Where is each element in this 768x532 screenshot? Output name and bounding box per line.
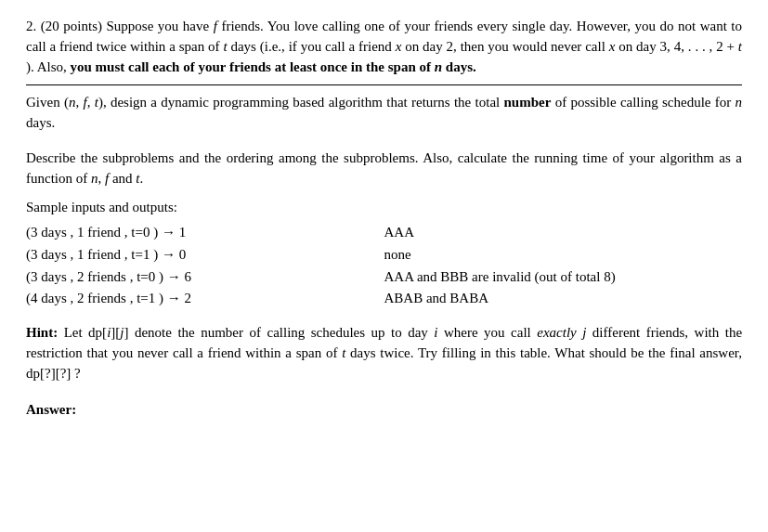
intro-text6: ). Also, you must call each of your frie… (26, 59, 435, 74)
sample-input-2: (3 days , 1 friend , t=1 ) → 0 (26, 244, 384, 266)
intro-text: Suppose you have (107, 19, 214, 33)
sample-output-text-1: AAA (384, 225, 415, 240)
sample-input-text-2: (3 days , 1 friend , t=1 ) → 0 (26, 247, 186, 262)
section-divider (26, 84, 742, 85)
given-paragraph: Given (n, f, t), design a dynamic progra… (26, 93, 742, 134)
sample-output-text-3: AAA and BBB are invalid (out of total 8) (384, 269, 616, 284)
answer-label-text: Answer: (26, 402, 76, 417)
days-bold: days. (446, 59, 476, 74)
given-text: Given (n, f, t), design a dynamic progra… (26, 95, 742, 130)
t-variable2: t (738, 39, 742, 54)
hint-text: Let dp[i][j] denote the number of callin… (26, 325, 742, 381)
sample-input-text-4: (4 days , 2 friends , t=1 ) → 2 (26, 291, 191, 305)
sample-label: Sample inputs and outputs: (26, 198, 742, 218)
sample-input-text-1: (3 days , 1 friend , t=0 ) → 1 (26, 225, 186, 240)
answer-label: Answer: (26, 400, 742, 421)
sample-output-text-4: ABAB and BABA (384, 291, 489, 305)
sample-input-text-3: (3 days , 2 friends , t=0 ) → 6 (26, 269, 191, 284)
problem-container: 2. (20 points) Suppose you have f friend… (26, 17, 742, 421)
hint-paragraph: Hint: Let dp[i][j] denote the number of … (26, 323, 742, 383)
sample-output-4: ABAB and BABA (384, 288, 743, 310)
n-variable-bold: n (435, 59, 442, 74)
x-variable2: x (609, 39, 616, 54)
table-row: (4 days , 2 friends , t=1 ) → 2 ABAB and… (26, 288, 742, 310)
problem-number: 2. (26, 19, 36, 33)
table-row: (3 days , 2 friends , t=0 ) → 6 AAA and … (26, 266, 742, 289)
t-variable: t (223, 39, 227, 54)
sample-output-text-2: none (384, 247, 411, 262)
sample-output-3: AAA and BBB are invalid (out of total 8) (384, 266, 743, 289)
intro-text4: on day 2, then you would never call (405, 39, 608, 54)
table-row: (3 days , 1 friend , t=0 ) → 1 AAA (26, 222, 742, 244)
problem-intro-paragraph: 2. (20 points) Suppose you have f friend… (26, 17, 742, 77)
table-row: (3 days , 1 friend , t=1 ) → 0 none (26, 244, 742, 266)
intro-text3: days (i.e., if you call a friend (230, 39, 395, 54)
f-variable: f (214, 19, 217, 33)
hint-label: Hint: (26, 325, 58, 340)
sample-input-4: (4 days , 2 friends , t=1 ) → 2 (26, 288, 384, 310)
sample-input-3: (3 days , 2 friends , t=0 ) → 6 (26, 266, 384, 289)
problem-header: 2. (20 points) Suppose you have f friend… (26, 17, 742, 77)
hint-section: Hint: Let dp[i][j] denote the number of … (26, 323, 742, 383)
sample-table: (3 days , 1 friend , t=0 ) → 1 AAA (3 da… (26, 222, 742, 310)
sample-output-2: none (384, 244, 743, 266)
intro-text5: on day 3, 4, . . . , 2 + (618, 39, 738, 54)
sample-section: Sample inputs and outputs: (3 days , 1 f… (26, 198, 742, 310)
answer-section: Answer: (26, 400, 742, 421)
sample-output-1: AAA (384, 222, 743, 244)
describe-paragraph: Describe the subproblems and the orderin… (26, 149, 742, 189)
sample-input-1: (3 days , 1 friend , t=0 ) → 1 (26, 222, 384, 244)
problem-points: (20 points) (41, 19, 102, 33)
x-variable: x (396, 39, 402, 54)
describe-text: Describe the subproblems and the orderin… (26, 150, 742, 186)
